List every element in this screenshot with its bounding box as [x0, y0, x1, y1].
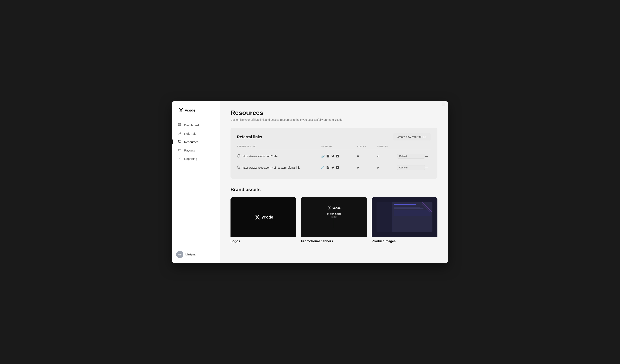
- svg-rect-3: [180, 125, 181, 126]
- asset-label-banners: Promotional banners: [301, 239, 367, 243]
- brand-assets-title: Brand assets: [231, 187, 437, 192]
- svg-point-4: [179, 132, 180, 133]
- twitter-icon[interactable]: [331, 155, 334, 158]
- referral-links-card: Referral links Create new referral URL R…: [231, 128, 437, 179]
- asset-card-banners[interactable]: ycode design meets function Promotional …: [301, 197, 367, 243]
- linkedin-icon[interactable]: [336, 155, 339, 158]
- sidebar-item-dashboard[interactable]: Dashboard: [175, 121, 217, 129]
- user-name: Martyna: [185, 253, 196, 256]
- referrals-icon: [178, 131, 182, 135]
- sidebar-item-referrals[interactable]: Referrals: [175, 130, 217, 137]
- facebook-icon[interactable]: [326, 155, 329, 158]
- svg-rect-2: [178, 125, 180, 126]
- asset-label-product: Product images: [372, 239, 437, 243]
- clicks-count: 0: [357, 166, 377, 169]
- linkedin-icon[interactable]: [336, 166, 339, 169]
- sidebar-item-label: Dashboard: [184, 124, 199, 127]
- svg-rect-0: [178, 123, 180, 125]
- signups-count: 0: [377, 166, 397, 169]
- col-header-sharing: SHARING: [321, 145, 357, 148]
- sharing-cell: 🔗: [321, 155, 357, 158]
- col-header-signups: SIGNUPS: [377, 145, 397, 148]
- create-referral-button[interactable]: Create new referral URL: [393, 133, 431, 141]
- sidebar-item-label: Resources: [184, 140, 199, 144]
- clicks-count: 6: [357, 155, 377, 158]
- main-content: Resources Customize your affiliate link …: [220, 101, 448, 263]
- sidebar-item-resources[interactable]: Resources: [175, 138, 217, 146]
- asset-card-logos[interactable]: ycode Logos: [231, 197, 296, 243]
- table-row: https://www.ycode.com?ref= 🔗 6 4: [237, 151, 431, 162]
- ycode-logo-preview: [254, 214, 260, 220]
- col-header-link: REFERRAL LINK: [237, 145, 321, 148]
- logo-icon: [178, 108, 183, 113]
- globe-icon: [237, 154, 240, 159]
- table-row: https://www.ycode.com?ref=customreferral…: [237, 162, 431, 173]
- signups-count: 4: [377, 155, 397, 158]
- svg-rect-1: [180, 123, 181, 125]
- banners-preview: ycode design meets function: [301, 197, 367, 237]
- page-subtitle: Customize your affiliate link and access…: [231, 118, 437, 121]
- more-options-button[interactable]: ···: [425, 166, 431, 170]
- logo-text: ycode: [185, 108, 195, 113]
- sidebar: ycode Dashboard Referrals Resources: [172, 101, 220, 263]
- sidebar-nav: Dashboard Referrals Resources Payouts: [172, 121, 220, 163]
- reporting-icon: [178, 157, 182, 161]
- table-header: REFERRAL LINK SHARING CLICKS SIGNUPS: [237, 145, 431, 150]
- asset-card-product[interactable]: Product images: [372, 197, 437, 243]
- link-share-icon[interactable]: 🔗: [321, 166, 325, 169]
- sidebar-item-label: Payouts: [184, 149, 195, 152]
- window-handle: [442, 103, 445, 106]
- link-url: https://www.ycode.com?ref=: [243, 155, 278, 158]
- sharing-cell: 🔗: [321, 166, 357, 169]
- svg-rect-5: [178, 140, 181, 142]
- sidebar-item-label: Reporting: [184, 157, 197, 160]
- logo-preview-text: ycode: [262, 215, 273, 219]
- referral-links-title: Referral links: [237, 135, 262, 139]
- sidebar-footer: MS Martyna: [172, 251, 220, 258]
- sidebar-item-payouts[interactable]: Payouts: [175, 146, 217, 154]
- link-cell: https://www.ycode.com?ref=customreferral…: [237, 165, 321, 170]
- logo: ycode: [172, 108, 220, 121]
- globe-icon: [237, 165, 240, 170]
- dashboard-icon: [178, 123, 182, 127]
- link-share-icon[interactable]: 🔗: [321, 155, 325, 158]
- more-options-button[interactable]: ···: [425, 154, 431, 159]
- assets-grid: ycode Logos ycode design meets function: [231, 197, 437, 243]
- col-header-clicks: CLICKS: [357, 145, 377, 148]
- facebook-icon[interactable]: [326, 166, 329, 169]
- custom-badge: Custom: [397, 165, 425, 170]
- payouts-icon: [178, 148, 182, 152]
- svg-rect-6: [178, 149, 181, 151]
- link-cell: https://www.ycode.com?ref=: [237, 154, 321, 159]
- asset-label-logos: Logos: [231, 239, 296, 243]
- col-header-actions: [425, 145, 431, 148]
- avatar: MS: [176, 251, 183, 258]
- product-preview: [372, 197, 437, 237]
- logo-preview-content: ycode: [254, 214, 273, 220]
- link-url: https://www.ycode.com?ref=customreferral…: [243, 166, 300, 169]
- default-badge: Default: [397, 154, 425, 159]
- sidebar-item-reporting[interactable]: Reporting: [175, 155, 217, 163]
- card-header: Referral links Create new referral URL: [237, 133, 431, 141]
- sidebar-item-label: Referrals: [184, 132, 196, 135]
- logos-preview: ycode: [231, 197, 296, 237]
- page-title: Resources: [231, 109, 437, 116]
- app-window: ycode Dashboard Referrals Resources: [172, 101, 448, 263]
- col-header-badge: [397, 145, 425, 148]
- twitter-icon[interactable]: [331, 166, 334, 169]
- resources-icon: [178, 140, 182, 144]
